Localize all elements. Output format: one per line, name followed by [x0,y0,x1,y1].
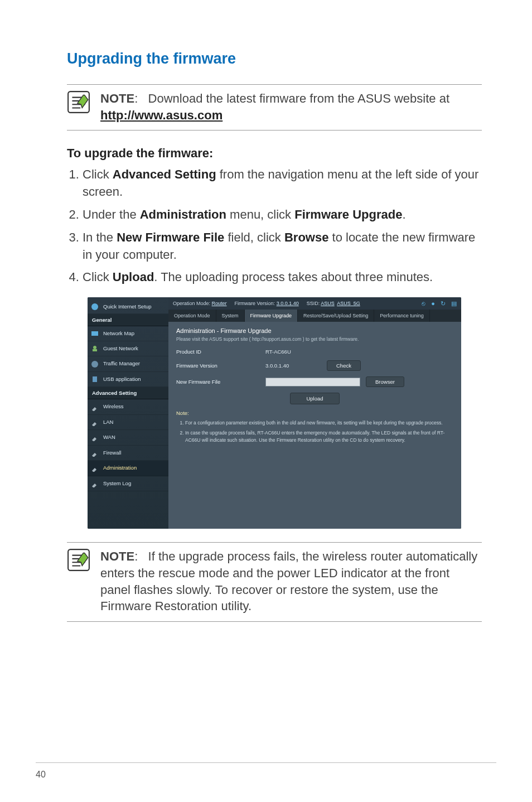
sidebar-item-administration[interactable]: Administration [88,461,168,476]
sidebar-item-label: Wireless [103,403,123,409]
note-body: : Download the latest firmware from the … [134,91,449,105]
usb-icon [91,375,99,383]
tool-icon [91,480,99,487]
note-block-bottom: NOTE: If the upgrade process fails, the … [67,542,482,622]
section-heading: Upgrading the firmware [67,50,482,67]
ssid-label: SSID: [307,301,320,306]
note-label: NOTE [100,549,134,563]
guest-icon [91,345,99,352]
tab-system[interactable]: System [216,310,245,322]
sidebar-item-network-map[interactable]: Network Map [88,326,168,341]
page-number: 40 [36,770,46,780]
ssid-value[interactable]: ASUS [321,301,335,306]
traffic-icon [91,360,99,368]
note-icon [67,90,90,116]
sidebar-item-lan[interactable]: LAN [88,415,168,430]
check-button[interactable]: Check [327,360,361,371]
note-block-top: NOTE: Download the latest firmware from … [67,84,482,131]
tab-firmware-upgrade[interactable]: Firmware Upgrade [245,310,298,322]
step-3: In the New Firmware File field, click Br… [83,229,482,264]
row-new-firmware-file: New Firmware File Browser [176,376,453,387]
note-link-asus[interactable]: http://www.asus.com [100,108,223,122]
firmware-version-value: 3.0.0.1.40 [265,363,327,369]
upload-button[interactable]: Upload [290,393,339,404]
subheading: To upgrade the firmware: [67,146,482,161]
panel-subtitle: Please visit the ASUS support site ( htt… [176,336,453,342]
panel-note-item: For a configuration parameter existing b… [185,419,453,427]
panel-note-item: In case the upgrade process fails, RT-AC… [185,429,453,444]
fw-label: Firmware Version: [235,301,275,306]
main-panel: Operation Mode: Router Firmware Version:… [168,297,461,529]
sidebar-group-advanced: Advanced Setting [88,387,168,399]
row-product-id: Product ID RT-AC66U [176,349,453,355]
step-1: Click Advanced Setting from the navigati… [83,166,482,201]
sidebar-item-label: Guest Network [103,345,138,351]
svg-point-1 [91,303,98,310]
map-icon [91,330,99,337]
tool-icon [91,403,99,411]
tab-bar: Operation Mode System Firmware Upgrade R… [168,310,461,322]
sidebar-item-label: Network Map [103,330,134,336]
reboot-icon[interactable]: ↻ [441,300,446,307]
sidebar-item-firewall[interactable]: Firewall [88,446,168,461]
tool-icon [91,418,99,426]
ssid-value-5g[interactable]: ASUS_5G [337,301,360,306]
sidebar-item-quick-setup[interactable]: Quick Internet Setup [88,301,168,313]
top-infobar: Operation Mode: Router Firmware Version:… [168,297,461,310]
svg-rect-6 [93,376,97,382]
new-firmware-label: New Firmware File [176,379,265,385]
steps-list: Click Advanced Setting from the navigati… [67,166,482,286]
opmode-value[interactable]: Router [212,301,227,306]
help-icon[interactable]: ▤ [451,300,457,307]
new-firmware-input[interactable] [265,378,360,386]
panel-note-list: For a configuration parameter existing b… [176,419,453,443]
admin-panel: Administration - Firmware Upgrade Please… [168,322,461,529]
sidebar-item-traffic-manager[interactable]: Traffic Manager [88,356,168,371]
sidebar-item-label: System Log [103,480,131,486]
svg-rect-2 [91,331,98,336]
firmware-version-label: Firmware Version [176,363,265,369]
note-label: NOTE [100,91,134,105]
tool-icon [91,433,99,441]
sidebar-item-label: WAN [103,434,115,440]
tab-operation-mode[interactable]: Operation Mode [168,310,216,322]
panel-note-head: Note: [176,410,453,416]
svg-rect-4 [93,349,97,351]
panel-title: Administration - Firmware Upgrade [176,327,453,334]
tool-icon [91,464,99,472]
svg-point-5 [91,361,98,368]
sidebar-group-general: General [88,314,168,326]
sidebar-item-wireless[interactable]: Wireless [88,399,168,414]
setup-icon [91,303,99,311]
row-firmware-version: Firmware Version 3.0.0.1.40 Check [176,360,453,371]
tab-performance-tuning[interactable]: Performance tuning [374,310,430,322]
browse-button[interactable]: Browser [366,376,404,387]
router-ui-screenshot: Quick Internet Setup General Network Map… [88,297,461,529]
note-body: : If the upgrade process fails, the wire… [100,549,477,613]
product-id-value: RT-AC66U [265,349,291,355]
sidebar-item-label: LAN [103,419,113,425]
logout-icon[interactable]: ⎋ [422,300,425,307]
product-id-label: Product ID [176,349,265,355]
footer-rule [36,762,496,763]
tool-icon [91,449,99,457]
sidebar-item-usb-application[interactable]: USB application [88,372,168,387]
sidebar-item-label: USB application [103,376,141,382]
note-text: NOTE: If the upgrade process fails, the … [100,548,482,615]
step-2: Under the Administration menu, click Fir… [83,206,482,224]
fw-value[interactable]: 3.0.0.1.40 [277,301,299,306]
sidebar-item-system-log[interactable]: System Log [88,476,168,491]
svg-point-3 [93,346,96,349]
sidebar-item-label: Firewall [103,450,122,456]
sidebar-item-wan[interactable]: WAN [88,430,168,445]
sidebar-item-guest-network[interactable]: Guest Network [88,341,168,356]
sidebar-item-label: Traffic Manager [103,360,140,366]
globe-icon[interactable]: ● [431,300,435,307]
step-4: Click Upload. The uploading process take… [83,269,482,286]
topbar-icons: ⎋ ● ↻ ▤ [422,300,457,307]
sidebar-item-label: Quick Internet Setup [103,303,152,310]
note-icon [67,548,90,574]
tab-restore-save-upload[interactable]: Restore/Save/Upload Setting [298,310,374,322]
sidebar: Quick Internet Setup General Network Map… [88,297,168,529]
sidebar-item-label: Administration [103,465,137,471]
